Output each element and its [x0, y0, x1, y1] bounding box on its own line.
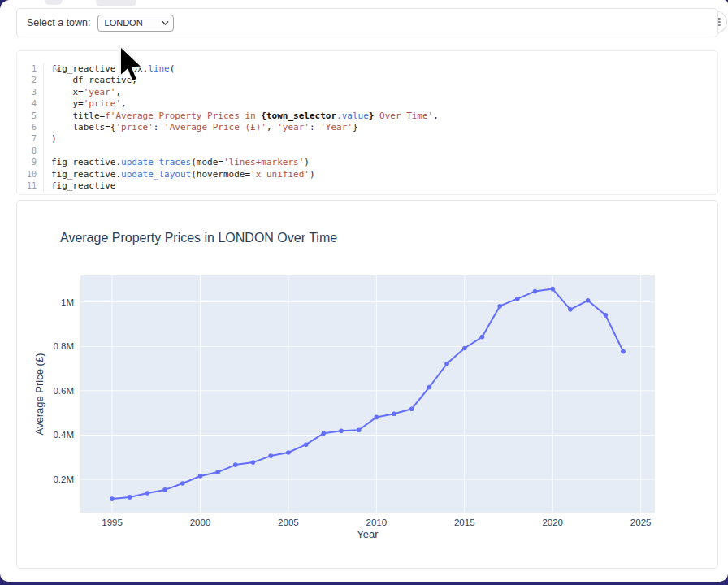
data-point — [304, 442, 309, 447]
town-select[interactable]: LONDON — [98, 15, 174, 32]
svg-text:0.4M: 0.4M — [53, 430, 74, 440]
data-point — [604, 313, 609, 318]
code-line[interactable]: 3 x='year', — [17, 87, 717, 98]
data-point — [444, 362, 449, 366]
data-point — [568, 307, 573, 312]
town-select-wrap: LONDON — [98, 15, 174, 32]
data-point — [497, 304, 502, 309]
svg-text:2020: 2020 — [542, 518, 563, 527]
x-axis-title: Year — [357, 528, 379, 540]
code-line[interactable]: 7) — [17, 133, 717, 145]
select-town-label: Select a town: — [27, 17, 91, 28]
data-point — [550, 287, 555, 292]
data-point — [251, 460, 256, 465]
code-line[interactable]: 9fig_reactive.update_traces(mode='lines+… — [17, 157, 717, 168]
data-point — [180, 481, 185, 486]
code-line[interactable]: 10fig_reactive.update_layout(hovermode='… — [17, 169, 717, 180]
data-point — [268, 453, 273, 458]
data-point — [375, 415, 379, 420]
data-point — [462, 346, 467, 351]
svg-text:2005: 2005 — [278, 518, 299, 527]
svg-text:0.2M: 0.2M — [53, 474, 74, 484]
code-editor[interactable]: 1⌄fig_reactive = px.line(2 df_reactive,3… — [17, 63, 717, 192]
line-number: 6 — [17, 122, 37, 133]
data-point — [621, 349, 626, 354]
data-point — [286, 450, 291, 455]
svg-text:0.8M: 0.8M — [53, 341, 74, 351]
line-number: 7 — [17, 133, 37, 145]
line-number: 3 — [17, 87, 37, 98]
data-point — [339, 429, 344, 434]
svg-text:2010: 2010 — [366, 518, 388, 527]
notebook-page: Select a town: LONDON 1⌄fig_reactive = p… — [0, 0, 728, 582]
code-line[interactable]: 11fig_reactive — [17, 180, 717, 192]
chart-output-cell: 19952000200520102015202020250.2M0.4M0.6M… — [16, 200, 718, 569]
code-line[interactable]: 4 y='price', — [17, 98, 717, 110]
svg-text:0.6M: 0.6M — [53, 386, 74, 396]
svg-text:1M: 1M — [61, 297, 74, 307]
line-number: 5 — [17, 110, 37, 122]
data-point — [410, 407, 414, 412]
code-line[interactable]: 8 — [17, 145, 717, 157]
data-point — [480, 335, 485, 340]
data-point — [145, 491, 150, 496]
data-point — [162, 488, 167, 492]
line-number: 1 — [17, 63, 37, 75]
data-point — [533, 289, 538, 294]
data-point — [198, 474, 203, 479]
line-number: 4 — [17, 98, 37, 110]
data-point — [215, 470, 220, 474]
data-point — [515, 297, 520, 301]
svg-text:2015: 2015 — [454, 518, 475, 527]
data-point — [322, 431, 327, 436]
code-line[interactable]: 2 df_reactive, — [17, 75, 717, 86]
cell-action-tab — [96, 0, 136, 6]
line-number: 11 — [17, 180, 37, 192]
y-axis-title: Average Price (£) — [33, 353, 46, 436]
fold-toggle-icon[interactable]: ⌄ — [54, 62, 58, 73]
data-point — [427, 385, 432, 390]
line-number: 2 — [17, 75, 37, 86]
data-point — [357, 427, 362, 432]
svg-text:2000: 2000 — [190, 518, 211, 527]
data-point — [110, 496, 115, 501]
line-number: 10 — [17, 169, 37, 180]
data-point — [586, 298, 591, 303]
data-point — [233, 462, 238, 467]
data-point — [392, 412, 396, 417]
code-line[interactable]: 1⌄fig_reactive = px.line( — [17, 63, 717, 75]
line-number: 9 — [17, 157, 37, 168]
svg-text:1995: 1995 — [102, 518, 123, 527]
code-line[interactable]: 5 title=f'Average Property Prices in {to… — [17, 110, 717, 122]
code-cell[interactable]: 1⌄fig_reactive = px.line(2 df_reactive,3… — [16, 50, 718, 195]
code-line[interactable]: 6 labels={'price': 'Average Price (£)', … — [17, 122, 717, 133]
svg-text:2025: 2025 — [630, 518, 652, 527]
plotly-line-chart[interactable]: 19952000200520102015202020250.2M0.4M0.6M… — [17, 201, 717, 568]
widget-cell: Select a town: LONDON — [16, 8, 718, 37]
chart-title: Average Property Prices in LONDON Over T… — [60, 231, 337, 245]
line-number: 8 — [17, 145, 37, 157]
cell-action-tab — [45, 0, 63, 5]
data-point — [128, 495, 132, 500]
